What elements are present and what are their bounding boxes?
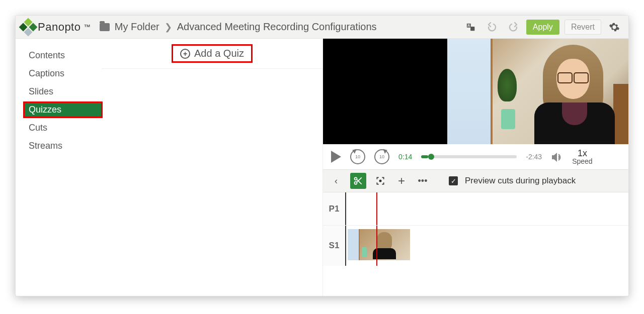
- preview-cuts-label: Preview cuts during playback: [465, 176, 576, 186]
- revert-button[interactable]: Revert: [565, 20, 601, 35]
- center-toolbar: + Add a Quiz: [102, 39, 323, 69]
- gear-icon[interactable]: [606, 19, 622, 35]
- more-icon[interactable]: •••: [416, 174, 430, 188]
- add-icon[interactable]: +: [394, 174, 409, 188]
- sidebar-item-cuts[interactable]: Cuts: [25, 121, 101, 135]
- add-quiz-button[interactable]: + Add a Quiz: [172, 44, 253, 63]
- play-icon[interactable]: [331, 151, 341, 163]
- playhead-icon[interactable]: [376, 192, 377, 225]
- header-actions: A Apply Revert: [463, 19, 622, 35]
- sidebar-item-contents[interactable]: Contents: [25, 49, 101, 62]
- timeline-track-s1[interactable]: S1: [323, 226, 628, 266]
- sidebar: Contents Captions Slides Quizzes Cuts St…: [16, 39, 101, 296]
- sidebar-item-captions[interactable]: Captions: [25, 67, 101, 80]
- focus-tool-icon[interactable]: [373, 174, 387, 188]
- player-controls: 10 10 0:14 -2:43 1x Speed: [323, 144, 628, 169]
- progress-bar[interactable]: [421, 155, 517, 158]
- playhead-icon[interactable]: [376, 226, 377, 266]
- sidebar-item-slides[interactable]: Slides: [25, 85, 101, 98]
- speed-value: 1x: [572, 149, 592, 158]
- sidebar-item-streams[interactable]: Streams: [25, 139, 101, 153]
- preview-cuts-checkbox[interactable]: ✓: [449, 176, 458, 185]
- brand-name: Panopto: [38, 21, 80, 34]
- timeline-toolbar: ‹ + ••• ✓ Preview cuts during playback: [323, 169, 628, 192]
- logo-cube-icon: [19, 18, 38, 36]
- rewind-10-icon[interactable]: 10: [350, 149, 365, 164]
- add-quiz-label: Add a Quiz: [194, 48, 244, 59]
- sidebar-item-quizzes[interactable]: Quizzes: [25, 103, 101, 117]
- editor-body: Contents Captions Slides Quizzes Cuts St…: [16, 39, 628, 296]
- timeline-track-p1[interactable]: P1: [323, 192, 628, 226]
- volume-icon[interactable]: [551, 152, 563, 162]
- apply-button[interactable]: Apply: [526, 20, 559, 35]
- svg-point-5: [379, 180, 381, 181]
- speed-label: Speed: [572, 158, 592, 165]
- speed-control[interactable]: 1x Speed: [572, 149, 592, 165]
- undo-icon[interactable]: [484, 19, 500, 35]
- center-panel: + Add a Quiz: [101, 39, 323, 296]
- svg-text:A: A: [467, 24, 470, 27]
- right-panel: 10 10 0:14 -2:43 1x Speed ‹: [323, 39, 628, 296]
- clip-thumbnail[interactable]: [347, 229, 411, 261]
- video-preview[interactable]: [323, 39, 628, 144]
- video-frame: [447, 39, 628, 144]
- translate-icon[interactable]: A: [463, 19, 479, 35]
- plus-circle-icon: +: [180, 49, 190, 59]
- folder-icon: [100, 23, 110, 31]
- editor-window: Panopto™ My Folder ❯ Advanced Meeting Re…: [15, 15, 629, 296]
- header-bar: Panopto™ My Folder ❯ Advanced Meeting Re…: [16, 16, 628, 39]
- svg-rect-1: [470, 27, 474, 31]
- cut-tool-icon[interactable]: [350, 173, 366, 189]
- timeline: P1 S1: [323, 192, 628, 296]
- chevron-left-icon[interactable]: ‹: [329, 174, 343, 188]
- chevron-right-icon: ❯: [165, 22, 172, 33]
- breadcrumb: My Folder ❯ Advanced Meeting Recording C…: [100, 21, 377, 33]
- track-label: P1: [323, 192, 346, 225]
- time-elapsed: 0:14: [398, 153, 412, 161]
- brand-logo[interactable]: Panopto™: [22, 21, 91, 34]
- redo-icon[interactable]: [505, 19, 521, 35]
- track-label: S1: [323, 226, 346, 266]
- breadcrumb-folder[interactable]: My Folder: [115, 21, 159, 33]
- forward-10-icon[interactable]: 10: [374, 149, 389, 164]
- page-title[interactable]: Advanced Meeting Recording Configuration…: [177, 21, 377, 33]
- time-remaining: -2:43: [526, 153, 542, 161]
